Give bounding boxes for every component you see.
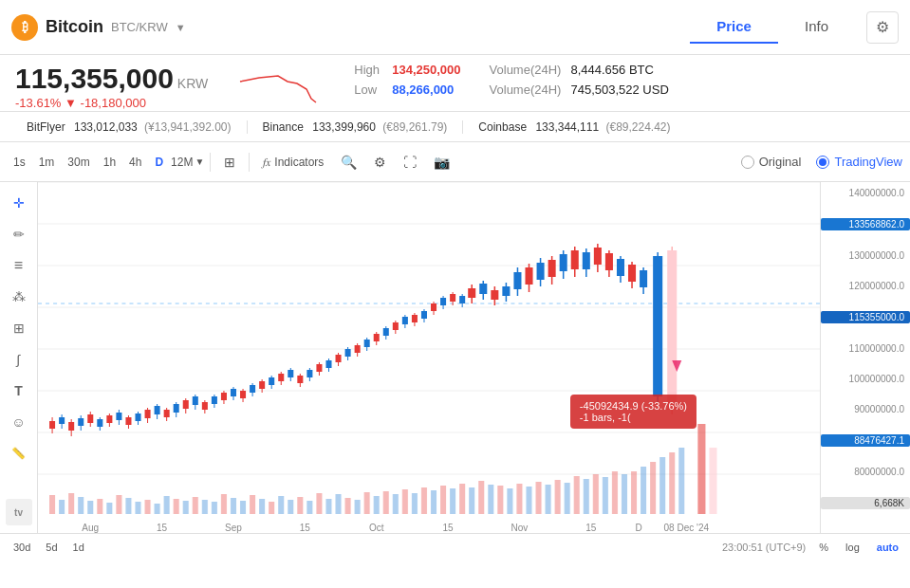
time-D[interactable]: D xyxy=(149,152,169,173)
svg-rect-61 xyxy=(526,487,531,514)
svg-rect-22 xyxy=(155,504,160,514)
svg-rect-31 xyxy=(240,501,246,514)
svg-rect-25 xyxy=(183,501,189,514)
pct-btn[interactable]: % xyxy=(815,540,832,555)
indicators-btn[interactable]: 𝑓𝑥 Indicators xyxy=(255,152,331,173)
tab-info[interactable]: Info xyxy=(778,10,855,44)
svg-text:Oct: Oct xyxy=(369,523,384,533)
svg-rect-33 xyxy=(259,499,265,514)
stat-col-2: Volume(24H) 8,444.656 BTC Volume(24H) 74… xyxy=(490,63,669,97)
svg-rect-125 xyxy=(259,381,265,389)
log-btn[interactable]: log xyxy=(842,540,864,555)
btn-5d[interactable]: 5d xyxy=(40,540,63,555)
svg-text:15: 15 xyxy=(585,523,597,533)
time-30m[interactable]: 30m xyxy=(62,152,95,173)
svg-rect-87 xyxy=(78,418,84,426)
svg-rect-74 xyxy=(650,462,656,514)
svg-rect-19 xyxy=(125,498,131,514)
exchange-bitflyer[interactable]: BitFlyer 133,012,033 (¥13,941,392.00) xyxy=(11,120,248,134)
gear-btn[interactable]: ⚙ xyxy=(366,151,394,174)
measure-tool[interactable]: ⊞ xyxy=(6,315,32,341)
time-1h[interactable]: 1h xyxy=(98,152,121,173)
svg-rect-159 xyxy=(421,311,427,319)
svg-rect-57 xyxy=(488,485,493,514)
shape-tool[interactable]: ⁂ xyxy=(6,284,32,310)
dropdown-arrow-icon[interactable]: ▼ xyxy=(176,22,186,33)
price-stats: High 134,250,000 Low 88,266,000 Volume(2… xyxy=(354,63,669,97)
exchange-binance[interactable]: Binance 133,399,960 (€89,261.79) xyxy=(248,120,464,134)
coin-name: Bitcoin xyxy=(46,17,103,37)
time-1s[interactable]: 1s xyxy=(8,152,31,173)
stat-col-1: High 134,250,000 Low 88,266,000 xyxy=(354,63,460,97)
svg-rect-35 xyxy=(278,496,284,514)
svg-rect-175 xyxy=(502,286,510,296)
svg-rect-42 xyxy=(345,498,351,514)
time-1m[interactable]: 1m xyxy=(33,152,61,173)
svg-rect-133 xyxy=(297,376,303,383)
svg-rect-97 xyxy=(125,417,131,425)
time-4h[interactable]: 4h xyxy=(123,152,147,173)
svg-rect-105 xyxy=(164,410,170,417)
tab-price[interactable]: Price xyxy=(690,10,778,44)
view-tradingview[interactable]: TradingView xyxy=(816,155,902,169)
line-tool[interactable]: ≡ xyxy=(6,252,32,279)
svg-rect-129 xyxy=(278,374,284,381)
pencil-tool[interactable]: ✏ xyxy=(6,221,32,248)
svg-rect-53 xyxy=(450,488,455,514)
svg-rect-72 xyxy=(631,471,637,514)
svg-rect-47 xyxy=(393,494,399,514)
text-tool[interactable]: T xyxy=(6,377,32,404)
svg-rect-183 xyxy=(548,260,556,277)
btn-30d[interactable]: 30d xyxy=(8,540,36,555)
svg-rect-71 xyxy=(622,474,627,514)
svg-rect-135 xyxy=(306,370,312,377)
svg-rect-18 xyxy=(116,495,121,514)
svg-rect-69 xyxy=(603,477,608,514)
svg-text:15: 15 xyxy=(300,523,311,533)
svg-rect-173 xyxy=(491,290,498,300)
auto-btn[interactable]: auto xyxy=(873,540,902,555)
settings-button[interactable]: ⚙ xyxy=(866,11,899,44)
svg-rect-11 xyxy=(49,495,55,514)
svg-rect-127 xyxy=(269,377,274,385)
svg-rect-30 xyxy=(231,498,236,514)
svg-rect-91 xyxy=(97,419,102,427)
left-toolbar: ✛ ✏ ≡ ⁂ ⊞ ∫ T ☺ 📏 tv xyxy=(0,182,38,533)
exchange-coinbase[interactable]: Coinbase 133,344,111 (€89,224.42) xyxy=(463,120,685,134)
chart-main[interactable]: Aug 15 Sep 15 Oct 15 Nov 15 D 08 Dec '24… xyxy=(38,182,820,533)
curve-tool[interactable]: ∫ xyxy=(6,346,32,373)
svg-rect-44 xyxy=(364,492,370,514)
svg-rect-20 xyxy=(135,502,140,514)
toolbar-sep2 xyxy=(249,153,250,172)
svg-rect-197 xyxy=(628,265,636,282)
svg-rect-17 xyxy=(106,503,112,514)
main-price: 115,355,000 KRW xyxy=(15,63,208,95)
emoji-tool[interactable]: ☺ xyxy=(6,409,32,435)
svg-rect-89 xyxy=(87,414,93,423)
camera-btn[interactable]: 📷 xyxy=(426,151,457,174)
tv-logo: tv xyxy=(6,499,32,525)
svg-rect-181 xyxy=(537,263,545,280)
ruler-tool[interactable]: 📏 xyxy=(6,440,32,467)
svg-rect-165 xyxy=(450,294,455,302)
zoom-btn[interactable]: 🔍 xyxy=(333,151,364,174)
time-12m-group[interactable]: 12M▼ xyxy=(171,156,204,169)
fullscreen-btn[interactable]: ⛶ xyxy=(396,151,424,174)
svg-rect-191 xyxy=(594,248,602,265)
svg-rect-37 xyxy=(297,497,303,514)
svg-rect-59 xyxy=(507,488,512,514)
svg-rect-83 xyxy=(59,417,65,424)
btn-1d[interactable]: 1d xyxy=(67,540,90,555)
svg-rect-45 xyxy=(374,496,380,514)
svg-rect-185 xyxy=(560,254,567,271)
crosshair-tool[interactable]: ✛ xyxy=(6,190,32,216)
svg-rect-203 xyxy=(667,250,677,410)
svg-rect-60 xyxy=(516,484,522,514)
svg-rect-62 xyxy=(536,482,542,514)
svg-rect-141 xyxy=(336,355,342,362)
btc-icon: ₿ xyxy=(11,14,38,41)
view-original[interactable]: Original xyxy=(741,155,802,169)
svg-rect-119 xyxy=(231,389,236,396)
candle-type-btn[interactable]: ⊞ xyxy=(216,151,243,174)
svg-rect-29 xyxy=(221,494,227,514)
